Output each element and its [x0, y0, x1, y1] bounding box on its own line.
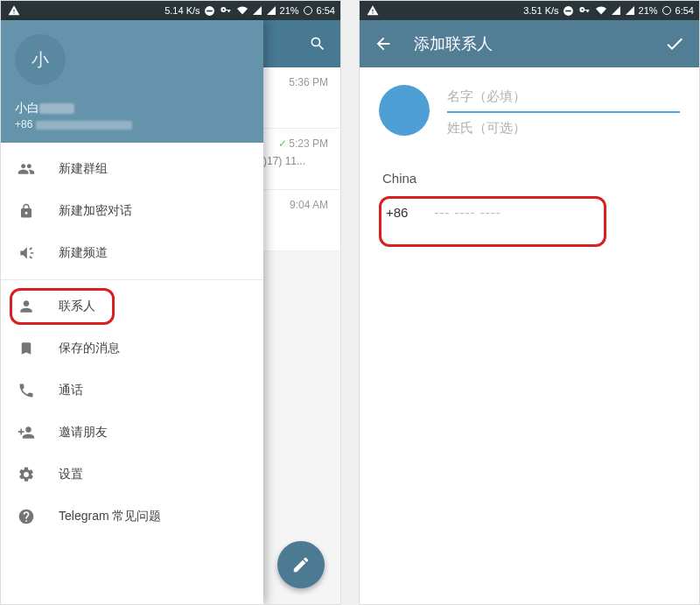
phone-right: 3.51 K/s 21% 6:54 添加联系人 [359, 0, 700, 605]
first-name-field[interactable]: 名字（必填） [447, 81, 680, 113]
compose-fab[interactable] [277, 541, 325, 588]
chat-time: 5:36 PM [289, 76, 328, 88]
chat-preview: )17) 11... [263, 155, 328, 167]
signal-icon [252, 5, 262, 16]
vpn-key-icon [219, 5, 233, 16]
signal-icon [611, 5, 621, 16]
help-icon [17, 508, 36, 525]
chat-time: ✓5:23 PM [278, 137, 328, 150]
svg-point-5 [662, 7, 670, 15]
network-speed: 5.14 K/s [164, 5, 200, 16]
page-title: 添加联系人 [414, 33, 643, 54]
pencil-icon [291, 555, 311, 574]
drawer-item-saved-messages[interactable]: 保存的消息 [1, 327, 263, 369]
drawer-item-label: 设置 [59, 467, 83, 482]
name-row: 名字（必填） 姓氏（可选） [379, 81, 680, 144]
drawer-item-label: 通话 [59, 383, 83, 398]
wifi-icon [595, 5, 607, 16]
drawer-item-new-channel[interactable]: 新建频道 [1, 232, 263, 274]
do-not-disturb-icon [204, 5, 215, 17]
drawer-header: 小 小白 +86 [1, 20, 263, 143]
drawer-item-label: 保存的消息 [59, 341, 120, 356]
drawer-item-invite[interactable]: 邀请朋友 [1, 412, 263, 454]
country-selector[interactable]: China [382, 171, 680, 186]
gear-icon [17, 466, 36, 483]
country-section: China +86 --- ---- ---- [379, 171, 680, 220]
battery-icon [662, 5, 672, 16]
clock: 6:54 [317, 5, 335, 16]
drawer-user-phone: +86 [15, 118, 249, 130]
last-name-placeholder: 姓氏（可选） [447, 120, 526, 137]
signal-icon-2 [625, 5, 635, 16]
phone-row: +86 --- ---- ---- [382, 205, 680, 220]
confirm-icon[interactable] [664, 33, 685, 54]
status-bar: 3.51 K/s 21% 6:54 [360, 1, 699, 20]
drawer-item-new-group[interactable]: 新建群组 [1, 148, 263, 190]
wifi-icon [236, 5, 248, 16]
battery-icon [303, 5, 313, 16]
signal-icon-2 [266, 5, 276, 16]
drawer-item-faq[interactable]: Telegram 常见问题 [1, 496, 263, 538]
add-contact-form: 名字（必填） 姓氏（可选） China +86 --- ---- ---- [360, 67, 699, 234]
phone-left: 5.14 K/s 21% 6:54 5:36 PM [0, 0, 341, 605]
phone-icon [17, 382, 36, 399]
back-icon[interactable] [374, 34, 393, 53]
search-icon[interactable] [309, 35, 326, 53]
do-not-disturb-icon [563, 5, 574, 17]
check-icon: ✓ [278, 137, 287, 150]
first-name-placeholder: 名字（必填） [447, 88, 526, 105]
svg-rect-1 [206, 10, 213, 11]
chat-time: 9:04 AM [290, 199, 328, 211]
megaphone-icon [17, 244, 36, 262]
battery-pct: 21% [280, 5, 299, 16]
person-add-icon [17, 424, 36, 441]
drawer-item-label: 新建频道 [59, 245, 108, 261]
drawer-item-secret-chat[interactable]: 新建加密对话 [1, 190, 263, 232]
drawer-item-settings[interactable]: 设置 [1, 454, 263, 496]
drawer-item-label: Telegram 常见问题 [59, 509, 161, 524]
network-speed: 3.51 K/s [523, 5, 558, 16]
drawer-item-label: 邀请朋友 [59, 425, 108, 440]
lock-icon [17, 202, 36, 220]
status-bar: 5.14 K/s 21% 6:54 [1, 1, 340, 20]
phone-number-field[interactable]: --- ---- ---- [434, 205, 500, 220]
bookmark-icon [17, 340, 36, 357]
group-icon [17, 160, 36, 178]
drawer-item-calls[interactable]: 通话 [1, 369, 263, 412]
divider [1, 279, 263, 280]
drawer-item-label: 联系人 [59, 299, 95, 314]
battery-pct: 21% [639, 5, 658, 16]
drawer-list: 新建群组 新建加密对话 新建频道 联系人 保存的消息 通话 [1, 143, 263, 604]
avatar-initial: 小 [32, 48, 49, 72]
avatar[interactable]: 小 [15, 34, 66, 85]
svg-point-2 [304, 7, 312, 15]
avatar-placeholder[interactable] [379, 85, 430, 136]
svg-rect-4 [565, 10, 571, 11]
country-code-field[interactable]: +86 [386, 205, 408, 220]
warning-icon [367, 4, 379, 17]
drawer-item-label: 新建加密对话 [59, 203, 132, 219]
warning-icon [8, 4, 20, 17]
app-bar: 添加联系人 [360, 20, 699, 67]
clock: 6:54 [676, 5, 694, 16]
drawer-item-contacts[interactable]: 联系人 [1, 285, 263, 327]
drawer-item-label: 新建群组 [59, 161, 108, 177]
vpn-key-icon [578, 5, 592, 16]
drawer-user-name: 小白 [15, 101, 249, 116]
navigation-drawer: 小 小白 +86 新建群组 新建加密对话 新建频道 联系人 [1, 20, 263, 604]
name-fields: 名字（必填） 姓氏（可选） [447, 81, 680, 144]
last-name-field[interactable]: 姓氏（可选） [447, 113, 680, 144]
person-icon [17, 298, 36, 315]
